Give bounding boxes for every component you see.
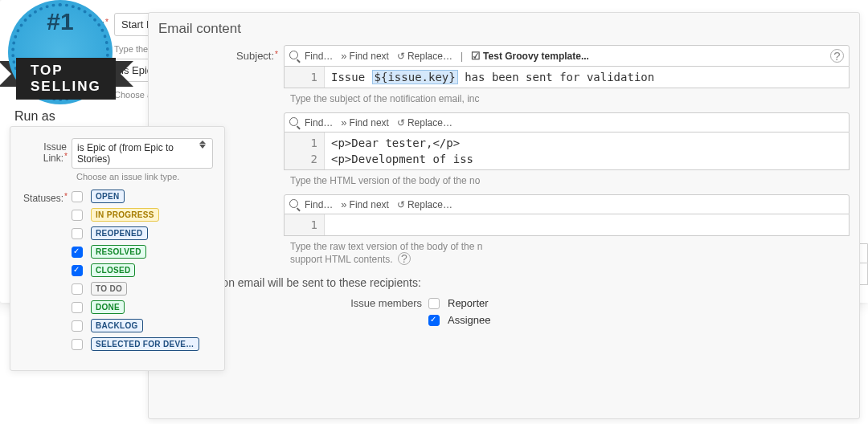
- statuses-label: Statuses:: [22, 190, 72, 204]
- status-checkbox[interactable]: [72, 228, 83, 239]
- status-item: OPEN: [72, 190, 213, 203]
- chevrons-icon: [341, 50, 346, 62]
- status-checkbox[interactable]: [72, 320, 83, 332]
- status-item: BACKLOG: [72, 319, 213, 332]
- help-icon[interactable]: ?: [830, 49, 844, 63]
- find-next-button[interactable]: Find next: [341, 50, 389, 62]
- status-checkbox[interactable]: [72, 210, 83, 221]
- email-content-panel: Email content Subject: Find… Find next R…: [148, 12, 860, 419]
- replace-button[interactable]: Replace…: [397, 199, 452, 210]
- subject-hint: Type the subject of the notification ema…: [290, 93, 850, 104]
- badge-number: #1: [8, 8, 113, 35]
- top-selling-badge: #1 WORKFLOW ADD-ON FOR JIRA TOP SELLING: [8, 0, 113, 104]
- status-badge: IN PROGRESS: [91, 208, 159, 222]
- search-icon: [289, 51, 302, 62]
- chevrons-icon: [341, 198, 346, 210]
- status-item: SELECTED FOR DEVE…: [72, 337, 213, 351]
- help-icon[interactable]: ?: [398, 252, 411, 265]
- status-item: REOPENED: [72, 226, 213, 240]
- recipients-note: The notification email will be sent to t…: [158, 276, 850, 289]
- status-badge: REOPENED: [91, 226, 148, 240]
- issue-link-label: Issue Link:: [22, 138, 72, 164]
- status-badge: BACKLOG: [91, 319, 143, 332]
- replace-icon: [397, 117, 405, 128]
- find-button[interactable]: Find…: [289, 117, 333, 128]
- replace-button[interactable]: Replace…: [397, 51, 452, 62]
- status-badge: TO DO: [91, 282, 127, 296]
- status-badge: CLOSED: [91, 263, 135, 277]
- reporter-checkbox[interactable]: [428, 298, 440, 309]
- status-badge: SELECTED FOR DEVE…: [91, 337, 199, 351]
- status-checkbox[interactable]: [72, 302, 83, 313]
- badge-ribbon: TOP SELLING: [16, 58, 116, 100]
- reporter-label: Reporter: [448, 297, 489, 309]
- subject-label: Subject:: [158, 45, 284, 88]
- status-item: IN PROGRESS: [72, 208, 213, 222]
- status-item: RESOLVED: [72, 245, 213, 259]
- assignee-label: Assignee: [448, 314, 490, 326]
- find-next-button[interactable]: Find next: [341, 116, 389, 128]
- raw-body-hint: Type the raw text version of the body of…: [290, 241, 850, 265]
- search-icon: [289, 199, 302, 210]
- subject-editor[interactable]: 1 Issue ${issue.key} has been sent for v…: [284, 67, 850, 88]
- status-badge: RESOLVED: [91, 245, 146, 259]
- html-body-toolbar: Find… Find next Replace…: [284, 112, 850, 132]
- replace-icon: [397, 51, 405, 62]
- chevrons-icon: [341, 116, 346, 128]
- find-button[interactable]: Find…: [289, 199, 333, 210]
- status-checkbox[interactable]: [72, 247, 83, 258]
- search-icon: [289, 117, 302, 128]
- status-checkbox[interactable]: [72, 191, 83, 202]
- status-item: TO DO: [72, 282, 213, 296]
- status-item: DONE: [72, 300, 213, 314]
- status-checkbox[interactable]: [72, 283, 83, 295]
- replace-icon: [397, 199, 405, 210]
- section-title: Email content: [158, 21, 850, 37]
- issue-link-select[interactable]: is Epic of (from Epic to Stories): [72, 138, 213, 169]
- status-item: CLOSED: [72, 263, 213, 277]
- status-badge: DONE: [91, 300, 125, 314]
- status-checkbox[interactable]: [72, 265, 83, 276]
- status-checkbox[interactable]: [72, 339, 83, 350]
- issue-link-hint: Choose an issue link type.: [76, 172, 213, 181]
- find-button[interactable]: Find…: [289, 51, 333, 62]
- issue-link-panel: Issue Link: is Epic of (from Epic to Sto…: [10, 126, 225, 371]
- test-groovy-template-button[interactable]: Test Groovy template...: [471, 50, 589, 62]
- status-badge: OPEN: [91, 190, 125, 203]
- raw-body-editor[interactable]: 1: [284, 214, 850, 236]
- html-body-editor[interactable]: 12 <p>Dear tester,</p><p>Development of …: [284, 132, 850, 170]
- find-next-button[interactable]: Find next: [341, 198, 389, 210]
- subject-toolbar: Find… Find next Replace… | Test Groovy t…: [284, 45, 850, 67]
- test-icon: [471, 50, 481, 62]
- assignee-checkbox[interactable]: [428, 315, 440, 326]
- replace-button[interactable]: Replace…: [397, 117, 452, 128]
- html-body-hint: Type the HTML version of the body of the…: [290, 175, 850, 186]
- raw-body-toolbar: Find… Find next Replace…: [284, 194, 850, 214]
